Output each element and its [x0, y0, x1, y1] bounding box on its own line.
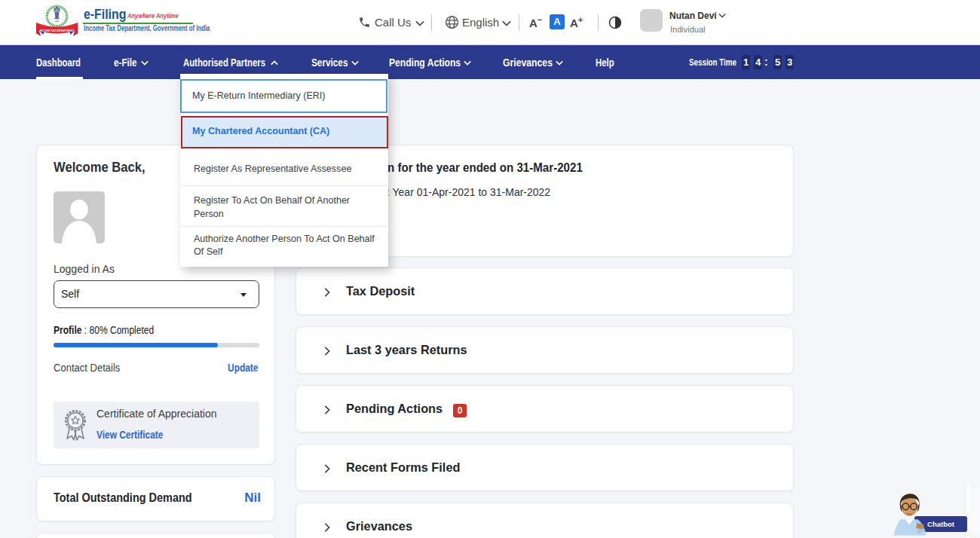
svg-text:INCOME TAX DEPARTMENT: INCOME TAX DEPARTMENT	[40, 29, 75, 32]
